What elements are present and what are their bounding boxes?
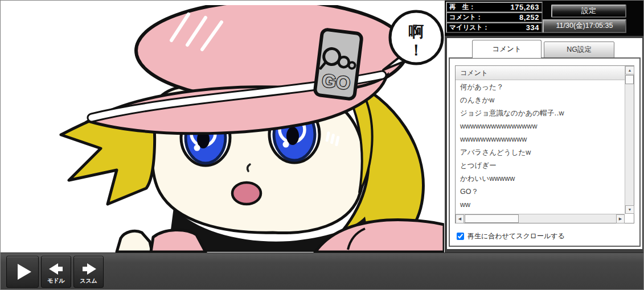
video-display[interactable]: GO 啊 ！ xyxy=(5,5,444,252)
horizontal-scroll-thumb[interactable] xyxy=(465,214,519,223)
autoscroll-option[interactable]: 再生に合わせてスクロールする xyxy=(457,231,565,241)
plays-value: 175,263 xyxy=(511,3,540,11)
video-player-window: GO 啊 ！ 再 生： 175,263 コメント： xyxy=(0,0,644,290)
comments-value: 8,252 xyxy=(519,13,539,22)
comment-row: ww xyxy=(456,198,625,212)
player-control-bar: モドル ススム 004/069 スピード xyxy=(1,252,644,290)
stats-panel: 再 生： 175,263 コメント： 8,252 マイリスト： 334 設定 1… xyxy=(445,1,644,36)
hat-badge: GO xyxy=(314,29,362,100)
stat-row-comments: コメント： 8,252 xyxy=(446,12,543,23)
scroll-up-icon[interactable]: ▲ xyxy=(625,66,634,74)
vertical-scrollbar[interactable]: ▲ ▼ xyxy=(625,66,634,214)
comment-row: wwwwwwwwwwwww xyxy=(456,133,625,146)
character-mouth xyxy=(232,183,261,204)
scroll-left-icon[interactable]: ◀ xyxy=(456,214,464,223)
comment-rows: 何があった？のんきかwジョジョ意識なのかあの帽子‥wwwwwwwwwwwwwww… xyxy=(456,81,625,214)
datetime-display: 11/30(金)17:05:35 xyxy=(543,19,626,33)
settings-button[interactable]: 設定 xyxy=(551,5,626,18)
anime-character-illustration: GO 啊 ！ xyxy=(5,5,444,252)
comment-side-panel: コメント NG設定 コメント 何があった？のんきかwジョジョ意識なのかあの帽子‥… xyxy=(445,36,644,252)
stat-row-plays: 再 生： 175,263 xyxy=(446,2,543,13)
autoscroll-checkbox[interactable] xyxy=(457,233,464,240)
stats-table: 再 生： 175,263 コメント： 8,252 マイリスト： 334 xyxy=(446,2,543,33)
tab-ng-settings[interactable]: NG設定 xyxy=(544,42,614,58)
autoscroll-label: 再生に合わせてスクロールする xyxy=(467,231,565,241)
play-button[interactable] xyxy=(6,256,39,288)
comment-row: ジョジョ意識なのかあの帽子‥w xyxy=(456,107,625,120)
forward-button[interactable]: ススム xyxy=(73,256,104,288)
badge-text: GO xyxy=(321,70,351,94)
comment-row: アバラさんどうしたw xyxy=(456,146,625,159)
scroll-down-icon[interactable]: ▼ xyxy=(625,205,634,214)
scroll-right-icon[interactable]: ▶ xyxy=(616,214,625,223)
tab-panel: コメント NG設定 コメント 何があった？のんきかwジョジョ意識なのかあの帽子‥… xyxy=(447,38,642,249)
character-hand xyxy=(117,230,206,252)
comment-list-box: コメント 何があった？のんきかwジョジョ意識なのかあの帽子‥wwwwwwwwww… xyxy=(455,65,634,223)
comment-row: wwwwwwwwwwwwwww xyxy=(456,120,625,133)
comment-row: とつげぎー xyxy=(456,159,625,172)
mylist-label: マイリスト： xyxy=(449,23,489,32)
horizontal-scrollbar[interactable]: ◀ ▶ xyxy=(456,214,625,223)
comment-row: 何があった？ xyxy=(456,81,625,94)
speech-bubble-line1: 啊 xyxy=(409,23,424,40)
comment-row: かわいいwwwww xyxy=(456,172,625,185)
character-body xyxy=(315,219,444,252)
comment-panel-frame: コメント 何があった？のんきかwジョジョ意識なのかあの帽子‥wwwwwwwwww… xyxy=(449,57,641,247)
forward-button-label: ススム xyxy=(74,277,103,285)
vertical-scroll-thumb[interactable] xyxy=(625,75,634,84)
stat-row-mylist: マイリスト： 334 xyxy=(446,22,543,33)
comments-label: コメント： xyxy=(449,13,483,22)
plays-label: 再 生： xyxy=(449,3,475,11)
tab-comment[interactable]: コメント xyxy=(472,40,542,58)
speech-bubble-line2: ！ xyxy=(409,42,424,59)
back-button[interactable]: モドル xyxy=(41,256,71,288)
back-button-label: モドル xyxy=(42,277,71,285)
play-icon xyxy=(7,261,38,285)
comment-column-header[interactable]: コメント xyxy=(456,66,625,80)
mylist-value: 334 xyxy=(526,23,539,32)
comment-row: GO？ xyxy=(456,185,625,198)
comment-row: のんきかw xyxy=(456,94,625,107)
